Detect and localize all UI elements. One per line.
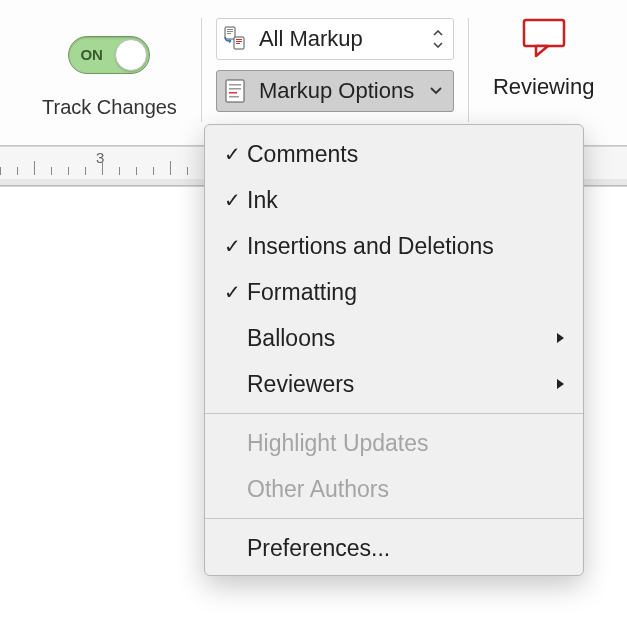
svg-rect-12 [229, 96, 239, 98]
ruler-tick [119, 167, 120, 175]
svg-rect-11 [229, 92, 237, 94]
group-separator [468, 18, 469, 122]
toggle-state-label: ON [80, 46, 103, 63]
toggle-knob [115, 39, 147, 71]
svg-rect-9 [229, 84, 241, 86]
chevron-down-icon [425, 87, 453, 95]
menu-separator [205, 413, 583, 414]
check-icon: ✓ [217, 188, 247, 212]
markup-options-dropdown[interactable]: Markup Options [216, 70, 454, 112]
menu-item-label: Comments [247, 141, 545, 168]
ruler-tick [153, 167, 154, 175]
menu-item-label: Ink [247, 187, 545, 214]
menu-item-label: Other Authors [247, 476, 545, 503]
reviewing-pane-icon[interactable] [516, 14, 572, 64]
ruler-tick [187, 167, 188, 175]
ruler-tick [51, 167, 52, 175]
ruler-tick [0, 167, 1, 175]
svg-rect-1 [227, 29, 233, 30]
check-icon: ✓ [217, 234, 247, 258]
ruler-tick [34, 161, 35, 175]
display-mode-value: All Markup [253, 26, 429, 52]
group-separator [201, 18, 202, 122]
svg-rect-7 [236, 43, 240, 44]
menu-separator [205, 518, 583, 519]
reviewing-pane-label: Reviewing [493, 74, 595, 100]
menu-item[interactable]: ✓Insertions and Deletions [205, 223, 583, 269]
menu-item-label: Preferences... [247, 535, 545, 562]
ruler-number: 3 [96, 149, 104, 166]
ruler-tick [85, 167, 86, 175]
menu-item-label: Formatting [247, 279, 545, 306]
ruler-tick [136, 167, 137, 175]
markup-options-icon [217, 73, 253, 109]
ruler-tick [170, 161, 171, 175]
reviewing-pane-group: Reviewing [483, 14, 613, 134]
submenu-arrow-icon [545, 332, 565, 344]
check-icon: ✓ [217, 280, 247, 304]
menu-item[interactable]: Reviewers [205, 361, 583, 407]
menu-item-label: Insertions and Deletions [247, 233, 545, 260]
markup-group: All Markup Markup Options [216, 14, 454, 112]
svg-rect-8 [226, 80, 244, 102]
ruler-tick [102, 161, 103, 175]
ruler-tick [17, 167, 18, 175]
svg-rect-6 [236, 41, 242, 42]
menu-item[interactable]: ✓Formatting [205, 269, 583, 315]
markup-options-menu: ✓Comments✓Ink✓Insertions and Deletions✓F… [204, 124, 584, 576]
svg-rect-5 [236, 39, 242, 40]
menu-item-label: Highlight Updates [247, 430, 545, 457]
ruler-tick [68, 167, 69, 175]
menu-item-label: Balloons [247, 325, 545, 352]
markup-options-label: Markup Options [253, 78, 425, 104]
menu-item[interactable]: Balloons [205, 315, 583, 361]
svg-rect-13 [524, 20, 564, 46]
display-mode-dropdown[interactable]: All Markup [216, 18, 454, 60]
menu-item-disabled: Other Authors [205, 466, 583, 512]
track-changes-toggle[interactable]: ON [68, 36, 150, 74]
check-icon: ✓ [217, 142, 247, 166]
menu-item-preferences[interactable]: Preferences... [205, 525, 583, 571]
svg-rect-3 [227, 33, 231, 34]
track-changes-group: ON Track Changes [8, 14, 187, 134]
menu-item-disabled: Highlight Updates [205, 420, 583, 466]
display-mode-stepper[interactable] [429, 30, 453, 48]
menu-item[interactable]: ✓Ink [205, 177, 583, 223]
svg-rect-10 [229, 88, 241, 90]
display-mode-icon [217, 21, 253, 57]
menu-item[interactable]: ✓Comments [205, 131, 583, 177]
track-changes-label: Track Changes [42, 96, 177, 119]
menu-item-label: Reviewers [247, 371, 545, 398]
submenu-arrow-icon [545, 378, 565, 390]
svg-rect-2 [227, 31, 233, 32]
